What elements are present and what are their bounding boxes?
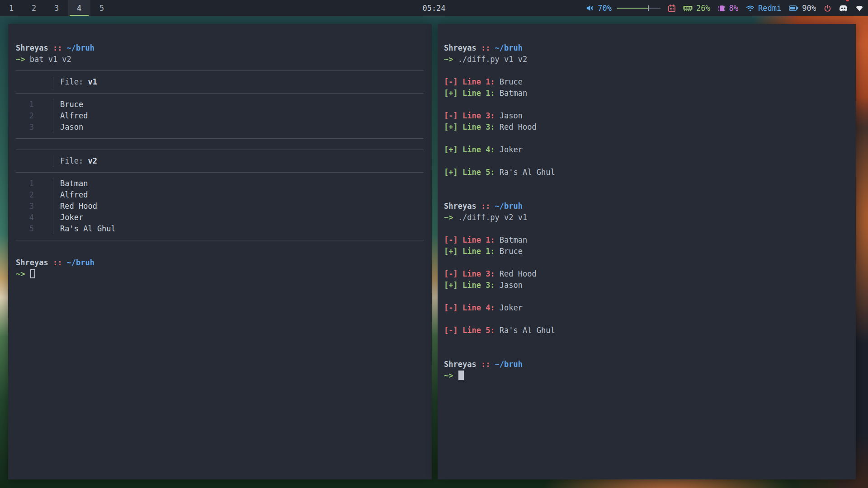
status-bar: 1 2 3 4 5 05:24 70% xyxy=(0,0,868,16)
workspace-1[interactable]: 1 xyxy=(0,0,23,16)
line-text: Batman xyxy=(53,178,88,189)
discord-notification-dot xyxy=(846,0,849,1)
diff-line-removed: [-] Line 3: Jason xyxy=(444,110,848,122)
network-tray-item[interactable] xyxy=(855,0,863,16)
line-number: 5 xyxy=(16,223,53,235)
workspace-switcher: 1 2 3 4 5 xyxy=(0,0,113,16)
line-number: 1 xyxy=(16,99,53,110)
volume-module[interactable]: 70% xyxy=(586,0,660,16)
discord-icon xyxy=(839,5,848,12)
line-number: 4 xyxy=(16,212,53,223)
clock: 05:24 xyxy=(422,0,445,16)
discord-tray-item[interactable] xyxy=(839,0,848,16)
bat-line: 2 Alfred xyxy=(16,189,424,201)
left-terminal-window[interactable]: Shreyas :: ~/bruh ~> bat v1 v2 File: v1 … xyxy=(8,24,432,479)
cpu-module[interactable]: 8% xyxy=(718,0,738,16)
diff-line-added: [+] Line 4: Joker xyxy=(444,144,848,155)
volume-percent: 70% xyxy=(598,4,612,13)
diff-line-removed: [-] Line 3: Red Hood xyxy=(444,268,848,280)
bat-line: 2 Alfred xyxy=(16,110,424,122)
power-icon xyxy=(824,5,831,12)
bat-line: 5 Ra's Al Ghul xyxy=(16,223,424,235)
diff-line-removed: [-] Line 5: Ra's Al Ghul xyxy=(444,325,848,336)
active-cursor xyxy=(458,371,464,380)
right-terminal-window[interactable]: Shreyas :: ~/bruh ~> ./diff.py v1 v2 [-]… xyxy=(438,24,856,479)
bat-rule-mid-v1 xyxy=(16,88,424,99)
workspace-4-active[interactable]: 4 xyxy=(68,0,90,16)
line-text: Alfred xyxy=(53,189,88,201)
prompt-line: Shreyas :: ~/bruh xyxy=(444,201,848,212)
bat-rule-bottom-v1 xyxy=(16,133,424,144)
ram-icon xyxy=(683,5,693,12)
command-line: ~> ./diff.py v1 v2 xyxy=(444,54,848,65)
prompt-line: Shreyas :: ~/bruh xyxy=(444,359,848,370)
command-line: ~> ./diff.py v2 v1 xyxy=(444,212,848,223)
bat-gutter xyxy=(16,76,53,88)
line-number: 1 xyxy=(16,178,53,189)
volume-slider[interactable] xyxy=(617,5,660,11)
speaker-icon xyxy=(586,5,594,12)
battery-module[interactable]: 90% xyxy=(789,0,816,16)
file-name-v2: v2 xyxy=(88,156,97,165)
line-number: 2 xyxy=(16,110,53,122)
bat-line: 1 Batman xyxy=(16,178,424,189)
line-text: Red Hood xyxy=(53,201,97,212)
line-text: Jason xyxy=(53,122,83,133)
line-text: Bruce xyxy=(53,99,83,110)
diff-line-removed: [-] Line 1: Bruce xyxy=(444,76,848,88)
bat-rule-top-v1 xyxy=(16,65,424,76)
diff-line-added: [+] Line 5: Ra's Al Ghul xyxy=(444,167,848,178)
diff-line-removed: [-] Line 4: Joker xyxy=(444,302,848,314)
bat-rule-bottom-v2 xyxy=(16,235,424,246)
diff-line-added: [+] Line 1: Batman xyxy=(444,88,848,99)
line-text: Joker xyxy=(53,212,83,223)
bat-rule-top-v2 xyxy=(16,144,424,155)
bat-rule-mid-v2 xyxy=(16,167,424,178)
prompt-line: Shreyas :: ~/bruh xyxy=(16,257,424,268)
diff-line-added: [+] Line 3: Red Hood xyxy=(444,122,848,133)
battery-icon xyxy=(789,5,798,11)
diff-line-removed: [-] Line 1: Batman xyxy=(444,235,848,246)
command-line-active[interactable]: ~> xyxy=(444,370,848,381)
calendar-icon xyxy=(668,5,675,12)
wifi-icon xyxy=(746,5,755,12)
inactive-cursor xyxy=(30,269,35,278)
wifi-ssid: Redmi xyxy=(758,4,781,13)
bat-gutter xyxy=(16,155,53,167)
bat-line: 1 Bruce xyxy=(16,99,424,110)
bat-line: 4 Joker xyxy=(16,212,424,223)
diff-line-added: [+] Line 1: Bruce xyxy=(444,246,848,257)
wifi-solid-icon xyxy=(855,5,863,11)
line-text: Ra's Al Ghul xyxy=(53,223,116,235)
bat-line: 3 Jason xyxy=(16,122,424,133)
workspace-5[interactable]: 5 xyxy=(90,0,113,16)
prompt-line: Shreyas :: ~/bruh xyxy=(444,42,848,54)
line-number: 3 xyxy=(16,201,53,212)
diff-line-added: [+] Line 3: Jason xyxy=(444,280,848,291)
cpu-chip-icon xyxy=(718,5,726,12)
line-number: 2 xyxy=(16,189,53,201)
status-modules: 70% xyxy=(586,0,863,16)
command-line: ~> bat v1 v2 xyxy=(16,54,424,65)
network-module[interactable]: Redmi xyxy=(746,0,781,16)
memory-module[interactable]: 26% xyxy=(683,0,710,16)
workspace-3[interactable]: 3 xyxy=(45,0,68,16)
line-number: 3 xyxy=(16,122,53,133)
bat-header-v2: File: v2 xyxy=(16,155,424,167)
line-text: Alfred xyxy=(53,110,88,122)
bat-header-v1: File: v1 xyxy=(16,76,424,88)
calendar-module[interactable] xyxy=(668,0,675,16)
memory-percent: 26% xyxy=(696,4,710,13)
command-line-empty[interactable]: ~> xyxy=(16,268,424,280)
workspace-2[interactable]: 2 xyxy=(23,0,45,16)
battery-percent: 90% xyxy=(802,4,816,13)
power-module[interactable] xyxy=(824,0,831,16)
file-name-v1: v1 xyxy=(88,77,97,86)
bat-line: 3 Red Hood xyxy=(16,201,424,212)
cpu-percent: 8% xyxy=(729,4,738,13)
prompt-line: Shreyas :: ~/bruh xyxy=(16,42,424,54)
